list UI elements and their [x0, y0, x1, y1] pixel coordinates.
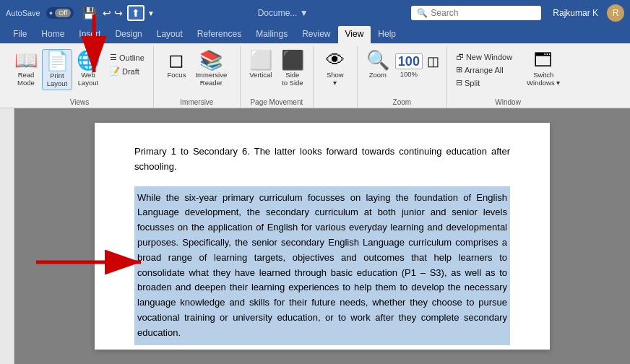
arrange-all-icon: ⊞ [456, 65, 462, 74]
tab-layout[interactable]: Layout [150, 26, 190, 43]
draft-button[interactable]: 📝 Draft [107, 66, 147, 77]
switch-windows-icon: 🗔 [534, 51, 553, 69]
tab-design[interactable]: Design [108, 26, 149, 43]
immersive-reader-icon: 📚 [199, 51, 223, 69]
tab-home[interactable]: Home [34, 26, 72, 43]
user-name: Rajkumar K [553, 8, 598, 18]
zoom-100-label: 100% [400, 70, 418, 78]
save-icon[interactable]: 💾 [82, 6, 97, 20]
autosave-label: AutoSave [6, 9, 40, 17]
ribbon-tabs: File Home Insert Design Layout Reference… [0, 26, 630, 43]
window-group-label: Window [495, 98, 521, 108]
page-movement-group-label: Page Movement [250, 98, 303, 108]
search-input[interactable] [431, 8, 517, 18]
document: Primary 1 to Secondary 6. The latter loo… [95, 123, 550, 350]
focus-icon: ◻ [168, 51, 184, 69]
tab-review[interactable]: Review [295, 26, 337, 43]
content-area: Primary 1 to Secondary 6. The latter loo… [0, 108, 630, 364]
tab-file[interactable]: File [6, 26, 34, 43]
side-to-side-button[interactable]: ⬛ Sideto Side [278, 49, 307, 88]
tab-insert[interactable]: Insert [72, 26, 108, 43]
zoom-fit-icon: ◫ [427, 53, 439, 69]
zoom-fit-button[interactable]: ◫ [426, 52, 441, 71]
tab-references[interactable]: References [190, 26, 249, 43]
tab-mailings[interactable]: Mailings [249, 26, 295, 43]
read-mode-button[interactable]: 📖 ReadMode [12, 49, 40, 89]
dropdown-arrow-icon[interactable]: ▼ [147, 9, 155, 17]
print-layout-button[interactable]: 📄 PrintLayout [42, 49, 72, 90]
switch-windows-button[interactable]: 🗔 SwitchWindows ▾ [524, 49, 563, 88]
print-layout-icon: 📄 [46, 51, 69, 70]
ribbon-group-views: 📖 ReadMode 📄 PrintLayout 🌐 WebLayout ☰ [6, 46, 154, 108]
ribbon-group-zoom: 🔍 Zoom 100 100% ◫ Zoom [358, 46, 447, 108]
show-label: Show▾ [327, 71, 344, 87]
outline-icon: ☰ [110, 53, 117, 62]
read-mode-icon: 📖 [14, 51, 38, 69]
search-box[interactable]: 🔍 [411, 6, 541, 20]
split-button[interactable]: ⊟ Split [453, 77, 515, 88]
focus-label: Focus [168, 71, 186, 79]
ribbon-group-window: 🗗 New Window ⊞ Arrange All ⊟ Split 🗔 Swi… [447, 46, 569, 108]
zoom-button[interactable]: 🔍 Zoom [363, 49, 392, 80]
zoom-label: Zoom [369, 71, 387, 79]
immersive-group-label: Immersive [180, 98, 213, 108]
focus-button[interactable]: ◻ Focus [163, 49, 189, 80]
ruler-side [0, 108, 14, 364]
draft-icon: 📝 [110, 66, 120, 76]
new-window-icon: 🗗 [456, 53, 464, 61]
web-layout-icon: 🌐 [77, 51, 100, 69]
ribbon-side-items: ☰ Outline 📝 Draft [107, 52, 147, 77]
split-icon: ⊟ [456, 78, 462, 87]
ribbon-group-immersive: ◻ Focus 📚 ImmersiveReader Immersive [154, 46, 241, 108]
zoom-100-icon: 100 [395, 53, 423, 69]
toggle-off-label: Off [55, 9, 71, 17]
side-to-side-icon: ⬛ [281, 51, 304, 69]
user-avatar[interactable]: R [607, 4, 624, 22]
doc-text-1: Primary 1 to Secondary 6. The latter loo… [134, 144, 510, 175]
title-bar-right: 🔍 Rajkumar K R [411, 4, 624, 22]
quick-access-active-icon[interactable]: ⬆ [127, 5, 144, 21]
immersive-reader-button[interactable]: 📚 ImmersiveReader [192, 49, 230, 88]
outline-button[interactable]: ☰ Outline [107, 52, 147, 63]
autosave-toggle[interactable]: ● Off [46, 7, 74, 19]
title-bar-left: AutoSave ● Off 💾 ↩ ↪ ⬆ ▼ [6, 5, 155, 21]
ribbon-group-show: 👁 Show▾ [314, 46, 358, 108]
web-layout-label: WebLayout [78, 71, 99, 87]
zoom-icon: 🔍 [366, 51, 389, 69]
arrange-all-button[interactable]: ⊞ Arrange All [453, 64, 515, 75]
split-label: Split [465, 79, 480, 87]
outline-label: Outline [119, 53, 144, 62]
side-to-side-label: Sideto Side [282, 71, 303, 87]
doc-text-2: While the six-year primary curriculum fo… [134, 186, 510, 345]
read-mode-label: ReadMode [17, 71, 35, 87]
vertical-icon: ⬜ [249, 51, 272, 69]
show-button[interactable]: 👁 Show▾ [319, 49, 351, 88]
arrange-all-label: Arrange All [465, 66, 504, 74]
vertical-button[interactable]: ⬜ Vertical [246, 49, 275, 80]
views-group-label: Views [70, 98, 90, 108]
doc-area[interactable]: Primary 1 to Secondary 6. The latter loo… [14, 108, 630, 364]
zoom-group-label: Zoom [393, 98, 412, 108]
ribbon: 📖 ReadMode 📄 PrintLayout 🌐 WebLayout ☰ [0, 43, 630, 108]
search-icon: 🔍 [417, 8, 428, 18]
web-layout-button[interactable]: 🌐 WebLayout [74, 49, 103, 89]
tab-view[interactable]: View [338, 26, 371, 43]
draft-label: Draft [122, 67, 139, 76]
ribbon-group-page-movement: ⬜ Vertical ⬛ Sideto Side Page Movement [241, 46, 314, 108]
print-layout-label: PrintLayout [47, 72, 68, 88]
new-window-label: New Window [466, 53, 512, 61]
new-window-button[interactable]: 🗗 New Window [453, 52, 515, 62]
vertical-label: Vertical [249, 71, 272, 79]
immersive-reader-label: ImmersiveReader [195, 71, 227, 87]
title-bar: AutoSave ● Off 💾 ↩ ↪ ⬆ ▼ Docume... ▼ 🔍 R… [0, 0, 630, 26]
show-icon: 👁 [326, 51, 345, 69]
doc-title[interactable]: Docume... ▼ [258, 8, 308, 18]
redo-icon[interactable]: ↪ [114, 7, 123, 19]
tab-help[interactable]: Help [371, 26, 403, 43]
zoom-100-button[interactable]: 100 100% [394, 52, 424, 79]
undo-icon[interactable]: ↩ [103, 7, 111, 19]
switch-windows-label: SwitchWindows ▾ [527, 71, 560, 87]
